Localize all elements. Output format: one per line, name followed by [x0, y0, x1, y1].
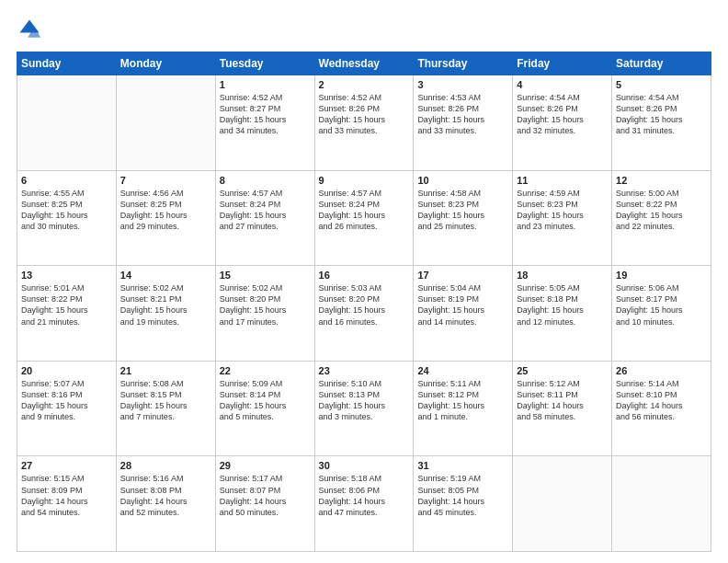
cell-info: Sunrise: 5:05 AM Sunset: 8:18 PM Dayligh… — [517, 282, 608, 327]
cell-info: Sunrise: 5:02 AM Sunset: 8:21 PM Dayligh… — [120, 282, 211, 327]
day-number: 13 — [21, 270, 112, 281]
calendar-cell: 15Sunrise: 5:02 AM Sunset: 8:20 PM Dayli… — [215, 266, 314, 362]
cell-info: Sunrise: 5:15 AM Sunset: 8:09 PM Dayligh… — [21, 473, 112, 518]
calendar-cell: 20Sunrise: 5:07 AM Sunset: 8:16 PM Dayli… — [17, 361, 117, 456]
calendar-cell: 3Sunrise: 4:53 AM Sunset: 8:26 PM Daylig… — [414, 75, 513, 171]
day-number: 19 — [616, 270, 707, 281]
day-number: 14 — [120, 270, 211, 281]
cell-info: Sunrise: 5:16 AM Sunset: 8:08 PM Dayligh… — [120, 473, 211, 518]
day-number: 30 — [319, 460, 410, 471]
weekday-header-sunday: Sunday — [17, 52, 117, 75]
cell-info: Sunrise: 4:57 AM Sunset: 8:24 PM Dayligh… — [220, 188, 311, 233]
calendar-cell: 13Sunrise: 5:01 AM Sunset: 8:22 PM Dayli… — [17, 266, 117, 362]
day-number: 29 — [220, 460, 311, 471]
day-number: 2 — [319, 79, 410, 90]
day-number: 31 — [417, 460, 508, 471]
logo-icon — [17, 17, 42, 42]
calendar-cell: 18Sunrise: 5:05 AM Sunset: 8:18 PM Dayli… — [513, 266, 612, 362]
cell-info: Sunrise: 4:54 AM Sunset: 8:26 PM Dayligh… — [616, 92, 707, 137]
calendar-row-2: 13Sunrise: 5:01 AM Sunset: 8:22 PM Dayli… — [17, 266, 711, 362]
calendar-cell: 16Sunrise: 5:03 AM Sunset: 8:20 PM Dayli… — [314, 266, 414, 362]
calendar-cell: 22Sunrise: 5:09 AM Sunset: 8:14 PM Dayli… — [215, 361, 314, 456]
calendar-row-4: 27Sunrise: 5:15 AM Sunset: 8:09 PM Dayli… — [17, 456, 711, 552]
weekday-header-row: SundayMondayTuesdayWednesdayThursdayFrid… — [17, 52, 711, 75]
header — [17, 17, 711, 42]
cell-info: Sunrise: 5:11 AM Sunset: 8:12 PM Dayligh… — [417, 378, 508, 423]
cell-info: Sunrise: 5:00 AM Sunset: 8:22 PM Dayligh… — [616, 188, 707, 233]
calendar-cell: 17Sunrise: 5:04 AM Sunset: 8:19 PM Dayli… — [414, 266, 513, 362]
cell-info: Sunrise: 5:03 AM Sunset: 8:20 PM Dayligh… — [319, 282, 410, 327]
calendar-cell: 11Sunrise: 4:59 AM Sunset: 8:23 PM Dayli… — [513, 170, 612, 266]
cell-info: Sunrise: 4:57 AM Sunset: 8:24 PM Dayligh… — [319, 188, 410, 233]
cell-info: Sunrise: 5:17 AM Sunset: 8:07 PM Dayligh… — [220, 473, 311, 518]
calendar-cell: 12Sunrise: 5:00 AM Sunset: 8:22 PM Dayli… — [612, 170, 711, 266]
day-number: 16 — [319, 270, 410, 281]
day-number: 12 — [616, 175, 707, 186]
cell-info: Sunrise: 4:55 AM Sunset: 8:25 PM Dayligh… — [21, 188, 112, 233]
calendar-row-0: 1Sunrise: 4:52 AM Sunset: 8:27 PM Daylig… — [17, 75, 711, 171]
day-number: 9 — [319, 175, 410, 186]
calendar-cell — [513, 456, 612, 552]
cell-info: Sunrise: 4:52 AM Sunset: 8:26 PM Dayligh… — [319, 92, 410, 137]
calendar-cell: 9Sunrise: 4:57 AM Sunset: 8:24 PM Daylig… — [314, 170, 414, 266]
day-number: 25 — [517, 365, 608, 376]
cell-info: Sunrise: 5:10 AM Sunset: 8:13 PM Dayligh… — [319, 378, 410, 423]
cell-info: Sunrise: 4:59 AM Sunset: 8:23 PM Dayligh… — [517, 188, 608, 233]
day-number: 28 — [120, 460, 211, 471]
calendar-cell: 4Sunrise: 4:54 AM Sunset: 8:26 PM Daylig… — [513, 75, 612, 171]
calendar-cell: 6Sunrise: 4:55 AM Sunset: 8:25 PM Daylig… — [17, 170, 117, 266]
day-number: 8 — [220, 175, 311, 186]
calendar-cell: 25Sunrise: 5:12 AM Sunset: 8:11 PM Dayli… — [513, 361, 612, 456]
day-number: 11 — [517, 175, 608, 186]
weekday-header-wednesday: Wednesday — [314, 52, 414, 75]
calendar-cell: 7Sunrise: 4:56 AM Sunset: 8:25 PM Daylig… — [116, 170, 215, 266]
calendar-cell: 19Sunrise: 5:06 AM Sunset: 8:17 PM Dayli… — [612, 266, 711, 362]
day-number: 26 — [616, 365, 707, 376]
calendar-cell: 31Sunrise: 5:19 AM Sunset: 8:05 PM Dayli… — [414, 456, 513, 552]
cell-info: Sunrise: 5:19 AM Sunset: 8:05 PM Dayligh… — [417, 473, 508, 518]
calendar-cell — [17, 75, 117, 171]
day-number: 21 — [120, 365, 211, 376]
cell-info: Sunrise: 5:12 AM Sunset: 8:11 PM Dayligh… — [517, 378, 608, 423]
day-number: 5 — [616, 79, 707, 90]
weekday-header-friday: Friday — [513, 52, 612, 75]
calendar-cell: 14Sunrise: 5:02 AM Sunset: 8:21 PM Dayli… — [116, 266, 215, 362]
day-number: 10 — [417, 175, 508, 186]
calendar-cell: 2Sunrise: 4:52 AM Sunset: 8:26 PM Daylig… — [314, 75, 414, 171]
calendar-cell: 28Sunrise: 5:16 AM Sunset: 8:08 PM Dayli… — [116, 456, 215, 552]
cell-info: Sunrise: 5:18 AM Sunset: 8:06 PM Dayligh… — [319, 473, 410, 518]
calendar-cell: 21Sunrise: 5:08 AM Sunset: 8:15 PM Dayli… — [116, 361, 215, 456]
calendar-cell: 24Sunrise: 5:11 AM Sunset: 8:12 PM Dayli… — [414, 361, 513, 456]
calendar-cell: 30Sunrise: 5:18 AM Sunset: 8:06 PM Dayli… — [314, 456, 414, 552]
day-number: 23 — [319, 365, 410, 376]
calendar-cell: 8Sunrise: 4:57 AM Sunset: 8:24 PM Daylig… — [215, 170, 314, 266]
day-number: 24 — [417, 365, 508, 376]
day-number: 7 — [120, 175, 211, 186]
calendar-cell: 26Sunrise: 5:14 AM Sunset: 8:10 PM Dayli… — [612, 361, 711, 456]
cell-info: Sunrise: 4:54 AM Sunset: 8:26 PM Dayligh… — [517, 92, 608, 137]
cell-info: Sunrise: 4:58 AM Sunset: 8:23 PM Dayligh… — [417, 188, 508, 233]
day-number: 18 — [517, 270, 608, 281]
day-number: 4 — [517, 79, 608, 90]
day-number: 27 — [21, 460, 112, 471]
weekday-header-saturday: Saturday — [612, 52, 711, 75]
calendar-cell: 27Sunrise: 5:15 AM Sunset: 8:09 PM Dayli… — [17, 456, 117, 552]
calendar-table: SundayMondayTuesdayWednesdayThursdayFrid… — [17, 52, 711, 552]
day-number: 20 — [21, 365, 112, 376]
calendar-cell — [116, 75, 215, 171]
cell-info: Sunrise: 5:06 AM Sunset: 8:17 PM Dayligh… — [616, 282, 707, 327]
day-number: 6 — [21, 175, 112, 186]
calendar-cell — [612, 456, 711, 552]
cell-info: Sunrise: 5:08 AM Sunset: 8:15 PM Dayligh… — [120, 378, 211, 423]
day-number: 22 — [220, 365, 311, 376]
calendar-cell: 29Sunrise: 5:17 AM Sunset: 8:07 PM Dayli… — [215, 456, 314, 552]
cell-info: Sunrise: 4:53 AM Sunset: 8:26 PM Dayligh… — [417, 92, 508, 137]
weekday-header-thursday: Thursday — [414, 52, 513, 75]
calendar-row-1: 6Sunrise: 4:55 AM Sunset: 8:25 PM Daylig… — [17, 170, 711, 266]
calendar-cell: 10Sunrise: 4:58 AM Sunset: 8:23 PM Dayli… — [414, 170, 513, 266]
day-number: 3 — [417, 79, 508, 90]
cell-info: Sunrise: 5:01 AM Sunset: 8:22 PM Dayligh… — [21, 282, 112, 327]
calendar-cell: 1Sunrise: 4:52 AM Sunset: 8:27 PM Daylig… — [215, 75, 314, 171]
calendar-cell: 5Sunrise: 4:54 AM Sunset: 8:26 PM Daylig… — [612, 75, 711, 171]
cell-info: Sunrise: 4:56 AM Sunset: 8:25 PM Dayligh… — [120, 188, 211, 233]
